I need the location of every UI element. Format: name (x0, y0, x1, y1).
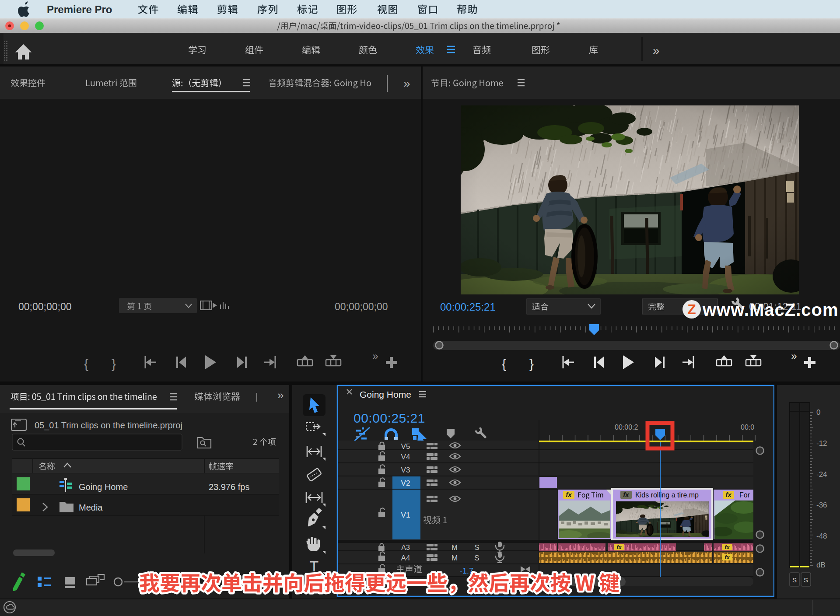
svg-text:Going Home: Going Home (360, 389, 411, 399)
svg-text:dB: dB (816, 561, 826, 569)
svg-text:{: { (84, 357, 88, 371)
svg-text:S: S (804, 576, 808, 584)
svg-text:V3: V3 (401, 466, 410, 474)
svg-text:A3: A3 (401, 544, 410, 551)
svg-text:»: » (372, 350, 378, 362)
svg-text:fx: fx (566, 491, 572, 498)
svg-text:00:00:25:21: 00:00:25:21 (354, 411, 425, 425)
svg-text:M: M (452, 554, 458, 562)
svg-text:www.MacZ.com: www.MacZ.com (702, 300, 839, 319)
svg-text:-24: -24 (816, 470, 827, 479)
svg-text:00;00;00;00: 00;00;00;00 (18, 301, 72, 312)
svg-text:V2: V2 (401, 479, 410, 487)
svg-text:Kids rolling a tire.mp: Kids rolling a tire.mp (635, 491, 699, 499)
svg-text:»: » (403, 77, 410, 90)
svg-text:00:0: 00:0 (741, 424, 754, 431)
svg-text:A4: A4 (401, 554, 410, 562)
svg-text:00:00:2: 00:00:2 (615, 424, 638, 431)
svg-text:fx: fx (623, 491, 629, 498)
svg-text:fx: fx (725, 491, 732, 498)
svg-text:fx: fx (616, 544, 622, 550)
svg-text:00:00:25:21: 00:00:25:21 (440, 301, 496, 313)
svg-text:V5: V5 (401, 442, 410, 451)
svg-text:}: } (529, 357, 534, 371)
svg-text:V4: V4 (401, 453, 410, 461)
svg-text:S: S (475, 544, 480, 551)
svg-text:-48: -48 (816, 532, 827, 540)
svg-text:Premiere Pro: Premiere Pro (47, 4, 112, 15)
svg-text:»: » (277, 388, 284, 402)
svg-text:-12: -12 (816, 439, 827, 448)
svg-text:Z: Z (687, 301, 696, 317)
svg-text:-36: -36 (816, 501, 827, 509)
svg-text:00;00;00;00: 00;00;00;00 (335, 301, 388, 312)
svg-text:fx: fx (724, 554, 730, 560)
svg-text:05_01 Trim clips on the timeli: 05_01 Trim clips on the timeline.prproj (35, 420, 182, 430)
svg-text:»: » (653, 44, 660, 57)
svg-text:0: 0 (816, 408, 820, 416)
svg-text:}: } (112, 357, 116, 371)
svg-text:»: » (791, 350, 797, 362)
svg-text:V1: V1 (401, 511, 410, 519)
svg-text:Media: Media (79, 503, 103, 512)
svg-text:S: S (792, 576, 797, 584)
svg-text:23.976 fps: 23.976 fps (209, 482, 249, 492)
svg-text:S: S (474, 554, 479, 562)
svg-text:For: For (739, 491, 750, 499)
svg-text:fx: fx (724, 544, 730, 550)
svg-text:Going Home: Going Home (79, 482, 128, 492)
svg-text:{: { (502, 357, 506, 371)
svg-text:M: M (452, 544, 457, 551)
